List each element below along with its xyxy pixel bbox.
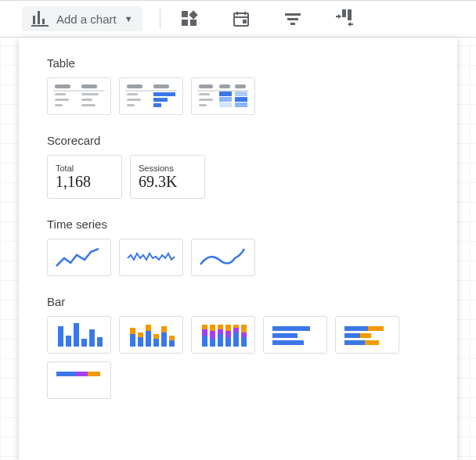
svg-rect-90 bbox=[272, 333, 298, 338]
bar-column-option[interactable] bbox=[47, 316, 111, 354]
svg-rect-86 bbox=[241, 337, 247, 347]
date-range-icon[interactable] bbox=[229, 7, 253, 31]
svg-marker-21 bbox=[348, 22, 351, 27]
svg-rect-29 bbox=[55, 104, 63, 106]
svg-rect-74 bbox=[210, 339, 215, 347]
svg-rect-35 bbox=[153, 92, 175, 96]
svg-rect-71 bbox=[202, 336, 207, 347]
bar-stacked-column-option[interactable] bbox=[119, 316, 183, 354]
svg-rect-32 bbox=[153, 84, 169, 88]
svg-marker-19 bbox=[338, 14, 341, 19]
svg-rect-77 bbox=[218, 334, 223, 347]
svg-rect-0 bbox=[31, 25, 49, 27]
scorecard-label: Total bbox=[56, 164, 114, 173]
toolbar: Add a chart ▼ bbox=[0, 0, 476, 38]
timeseries-line-option[interactable] bbox=[47, 239, 111, 276]
scorecard-value: 1,168 bbox=[56, 173, 114, 191]
bar-100-stacked-horizontal-option[interactable] bbox=[47, 361, 111, 399]
svg-rect-34 bbox=[127, 93, 138, 95]
timeseries-sparkline-option[interactable] bbox=[119, 239, 183, 276]
svg-rect-44 bbox=[199, 93, 210, 95]
svg-rect-39 bbox=[153, 103, 161, 107]
section-label-table: Table bbox=[47, 56, 429, 70]
bar-100-stacked-column-option[interactable] bbox=[191, 316, 255, 354]
add-chart-label: Add a chart bbox=[56, 13, 117, 26]
svg-rect-57 bbox=[89, 329, 95, 347]
svg-rect-99 bbox=[75, 372, 88, 376]
svg-rect-65 bbox=[153, 339, 159, 347]
svg-rect-53 bbox=[58, 326, 63, 347]
svg-rect-80 bbox=[225, 337, 231, 347]
svg-rect-73 bbox=[202, 325, 207, 329]
table-with-bars-option[interactable] bbox=[119, 77, 183, 115]
bar-horizontal-option[interactable] bbox=[263, 316, 327, 354]
timeseries-smooth-option[interactable] bbox=[191, 239, 255, 276]
svg-rect-88 bbox=[241, 325, 247, 332]
svg-rect-95 bbox=[360, 333, 371, 338]
svg-rect-68 bbox=[161, 326, 167, 332]
svg-rect-16 bbox=[342, 9, 346, 17]
svg-rect-55 bbox=[74, 323, 79, 347]
svg-rect-38 bbox=[127, 104, 135, 106]
svg-rect-26 bbox=[81, 93, 99, 95]
bar-stacked-horizontal-option[interactable] bbox=[335, 316, 399, 354]
separator bbox=[160, 9, 160, 29]
scorecard-row: Total 1,168 Sessions 69.3K bbox=[47, 155, 429, 199]
svg-rect-61 bbox=[138, 337, 143, 347]
svg-rect-13 bbox=[285, 13, 301, 16]
svg-rect-42 bbox=[235, 84, 246, 88]
svg-rect-17 bbox=[348, 9, 352, 20]
chevron-down-icon: ▼ bbox=[124, 14, 133, 23]
table-row bbox=[47, 77, 429, 115]
svg-rect-30 bbox=[81, 104, 96, 106]
svg-rect-47 bbox=[199, 99, 213, 101]
svg-rect-98 bbox=[56, 372, 75, 376]
svg-rect-40 bbox=[199, 84, 213, 88]
svg-rect-82 bbox=[225, 325, 231, 331]
svg-rect-97 bbox=[365, 340, 379, 345]
section-label-timeseries: Time series bbox=[47, 217, 429, 231]
svg-rect-37 bbox=[153, 98, 168, 102]
timeseries-row bbox=[47, 239, 429, 276]
svg-rect-62 bbox=[138, 332, 143, 337]
svg-rect-7 bbox=[189, 10, 197, 19]
svg-rect-59 bbox=[130, 334, 135, 347]
table-chart-option[interactable] bbox=[47, 77, 111, 115]
filter-control-icon[interactable] bbox=[281, 9, 305, 29]
svg-rect-66 bbox=[153, 334, 159, 339]
scorecard-option[interactable]: Total 1,168 bbox=[47, 155, 122, 199]
svg-rect-22 bbox=[55, 84, 70, 88]
svg-rect-28 bbox=[81, 99, 92, 101]
svg-rect-5 bbox=[182, 20, 188, 26]
svg-rect-54 bbox=[66, 336, 71, 347]
svg-rect-3 bbox=[42, 19, 45, 24]
svg-rect-41 bbox=[219, 84, 230, 88]
svg-rect-56 bbox=[81, 339, 87, 347]
svg-rect-67 bbox=[161, 332, 167, 347]
svg-rect-92 bbox=[344, 326, 368, 331]
add-chart-button[interactable]: Add a chart ▼ bbox=[22, 6, 142, 31]
svg-rect-93 bbox=[368, 326, 384, 331]
blend-data-icon[interactable] bbox=[333, 6, 358, 31]
table-with-heatmap-option[interactable] bbox=[191, 77, 255, 115]
svg-rect-69 bbox=[169, 340, 175, 347]
svg-rect-79 bbox=[218, 325, 223, 329]
svg-rect-31 bbox=[127, 84, 142, 88]
community-visualizations-icon[interactable] bbox=[178, 7, 201, 31]
svg-rect-78 bbox=[218, 329, 223, 334]
add-chart-dropdown: Table bbox=[19, 38, 457, 460]
svg-rect-76 bbox=[210, 325, 215, 331]
svg-rect-2 bbox=[38, 11, 40, 24]
svg-rect-15 bbox=[290, 23, 295, 25]
svg-rect-45 bbox=[219, 92, 232, 96]
svg-rect-46 bbox=[235, 92, 247, 96]
svg-rect-81 bbox=[225, 331, 231, 337]
bar-row bbox=[47, 316, 429, 354]
svg-rect-96 bbox=[344, 340, 365, 345]
svg-rect-52 bbox=[235, 102, 247, 107]
svg-rect-64 bbox=[146, 325, 151, 331]
svg-rect-75 bbox=[210, 331, 215, 339]
scorecard-compact-option[interactable]: Sessions 69.3K bbox=[130, 155, 205, 199]
svg-rect-91 bbox=[272, 340, 304, 345]
section-label-bar: Bar bbox=[47, 295, 429, 308]
